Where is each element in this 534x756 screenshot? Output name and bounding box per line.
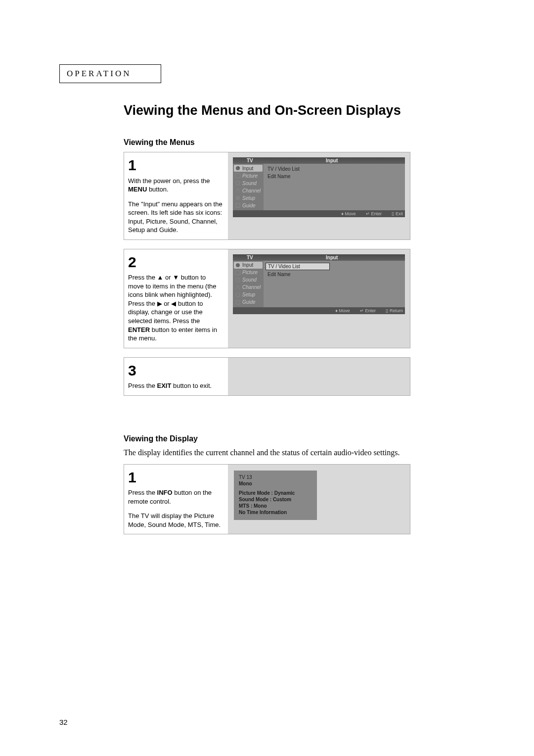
osd-item-setup: Setup [234, 291, 263, 298]
picture-icon [235, 173, 241, 179]
left-arrow-icon: ◀ [171, 300, 176, 307]
display-step-1-text: 1 Press the INFO button on the remote co… [124, 465, 228, 534]
osd-opt-1: TV / Video List [266, 166, 329, 172]
osd-header-center: Input [276, 158, 405, 163]
footer-enter: ↵ Enter [360, 308, 376, 313]
channel-icon [235, 284, 241, 290]
exit-label: EXIT [157, 382, 172, 389]
osd-label-guide: Guide [242, 203, 256, 208]
osd-item-setup: Setup [234, 194, 263, 201]
ds1a: Press the [128, 489, 157, 496]
osd-header: TV Input [233, 254, 405, 261]
step1-p2: The "Input" menu appears on the screen. … [128, 200, 222, 234]
footer-move: ♦ Move [335, 308, 350, 313]
step-number: 1 [128, 155, 223, 176]
main-title: Viewing the Menus and On-Screen Displays [124, 103, 475, 118]
step1-p1c: button. [147, 186, 168, 193]
setup-icon [235, 292, 241, 298]
osd-menu-1: TV Input Input Picture Sound Channel Set… [233, 157, 405, 217]
osd-label-input: Input [242, 166, 253, 171]
osd-label-channel: Channel [242, 188, 261, 193]
footer-return: ▯ Return [386, 308, 403, 313]
svg-point-0 [236, 166, 240, 170]
step-1-block: 1 With the power on, press the MENU butt… [124, 152, 410, 240]
svg-rect-5 [236, 203, 240, 207]
osd-item-sound: Sound [234, 277, 263, 284]
display-step-1-visual: TV 13 Mono Picture Mode : Dynamic Sound … [228, 465, 410, 534]
page-number: 32 [59, 718, 68, 726]
info-osd: TV 13 Mono Picture Mode : Dynamic Sound … [234, 471, 317, 520]
osd-label-guide: Guide [242, 299, 256, 305]
svg-rect-7 [235, 271, 240, 275]
section-header-box: OPERATION [59, 64, 161, 83]
step-number: 2 [128, 252, 223, 273]
menu-label: MENU [128, 186, 147, 193]
up-arrow-icon: ▲ [157, 274, 164, 281]
step-2-block: 2 Press the ▲ or ▼ button to move to ite… [124, 249, 410, 348]
info-line-1: TV 13 [239, 474, 308, 480]
info-line-3: Picture Mode : Dynamic [239, 490, 308, 496]
section-header: OPERATION [67, 69, 131, 78]
footer-enter: ↵ Enter [366, 211, 382, 216]
osd-item-sound: Sound [234, 180, 263, 187]
info-label: INFO [157, 489, 173, 496]
osd-label-sound: Sound [242, 181, 257, 186]
step1-p1a: With the power on, press the [128, 177, 210, 185]
s3a: Press the [128, 382, 157, 389]
step-number: 1 [128, 468, 223, 488]
osd-label-sound: Sound [242, 277, 257, 283]
osd-header: TV Input [233, 157, 405, 164]
sound-icon [235, 180, 241, 186]
svg-point-2 [236, 181, 240, 185]
step-2-text: 2 Press the ▲ or ▼ button to move to ite… [124, 249, 228, 348]
info-line-5: MTS : Mono [239, 503, 308, 509]
step-3-visual [228, 358, 410, 395]
osd-header-left: TV [233, 255, 276, 260]
footer-exit: ▯ Exit [392, 211, 403, 216]
s2a: Press the [128, 274, 157, 281]
osd-item-picture: Picture [234, 269, 263, 276]
osd-header-center: Input [276, 255, 405, 260]
osd-item-guide: Guide [234, 202, 263, 209]
osd-opt-2: Edit Name [266, 173, 329, 180]
info-line-6: No Time Information [239, 510, 308, 515]
right-arrow-icon: ▶ [157, 300, 162, 307]
osd-label-setup: Setup [242, 292, 255, 297]
osd-item-channel: Channel [234, 284, 263, 291]
down-arrow-icon: ▼ [173, 274, 179, 281]
setup-icon [235, 195, 241, 201]
svg-rect-10 [236, 300, 240, 304]
picture-icon [235, 270, 241, 276]
osd-sidebar: Input Picture Sound Channel Setup Guide [233, 261, 264, 307]
osd-item-input: Input [234, 165, 263, 172]
channel-icon [235, 188, 241, 193]
info-line-2: Mono [239, 481, 308, 486]
osd-label-channel: Channel [242, 284, 261, 290]
step-3-text: 3 Press the EXIT button to exit. [124, 358, 228, 395]
svg-point-9 [236, 293, 240, 297]
osd-label-input: Input [242, 262, 253, 268]
osd-menu-2: TV Input Input Picture Sound Channel Set… [233, 254, 405, 314]
display-intro: The display identifies the current chann… [124, 448, 470, 457]
step-3-block: 3 Press the EXIT button to exit. [124, 357, 410, 396]
osd-item-guide: Guide [234, 299, 263, 306]
svg-rect-1 [235, 174, 240, 178]
input-icon [235, 165, 241, 171]
footer-move: ♦ Move [341, 211, 356, 216]
osd-item-picture: Picture [234, 172, 263, 179]
step-2-visual: TV Input Input Picture Sound Channel Set… [228, 249, 410, 348]
subtitle-display: Viewing the Display [124, 434, 475, 443]
osd-footer: ♦ Move ↵ Enter ▯ Return [233, 307, 405, 314]
osd-label-picture: Picture [242, 270, 258, 275]
svg-point-8 [236, 278, 240, 282]
subtitle-menus: Viewing the Menus [124, 138, 475, 147]
osd-opt-1-selected: TV / Video List [266, 263, 330, 270]
osd-item-input: Input [234, 262, 263, 269]
osd-main: TV / Video List Edit Name [264, 261, 405, 307]
guide-icon [235, 299, 241, 305]
osd-header-left: TV [233, 158, 276, 163]
sound-icon [235, 277, 241, 283]
step-1-visual: TV Input Input Picture Sound Channel Set… [228, 152, 410, 239]
enter-label: ENTER [128, 326, 150, 333]
svg-point-3 [237, 197, 239, 199]
